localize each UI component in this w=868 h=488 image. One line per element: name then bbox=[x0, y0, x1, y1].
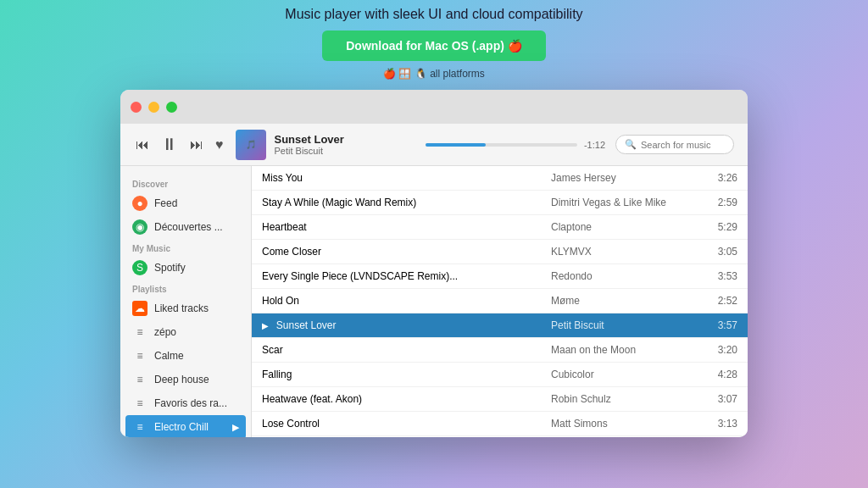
track-name: Stay A While (Magic Wand Remix) bbox=[262, 197, 551, 208]
playlist-icon-favoris: ≡ bbox=[132, 396, 147, 411]
track-artist: Redondo bbox=[551, 270, 704, 282]
track-row[interactable]: Lose ControlMatt Simons3:13 bbox=[252, 412, 748, 436]
track-artist: Møme bbox=[551, 295, 704, 307]
sidebar-electro-arrow: ▶ bbox=[232, 422, 239, 433]
sidebar-discover-label: Discover bbox=[120, 175, 251, 191]
track-row[interactable]: WaterfallsRoger Martin3:24 bbox=[252, 436, 748, 437]
track-row[interactable]: Heatwave (feat. Akon)Robin Schulz3:07 bbox=[252, 387, 748, 412]
track-duration: 4:28 bbox=[704, 369, 737, 380]
track-name: ▶ Sunset Lover bbox=[262, 319, 551, 331]
track-artist: Petit Biscuit bbox=[551, 319, 704, 331]
sidebar-item-favoris[interactable]: ≡ Favoris des ra... bbox=[120, 391, 251, 415]
track-duration: 3:20 bbox=[704, 344, 737, 356]
sidebar-zepo-label: zépo bbox=[154, 326, 176, 338]
track-row[interactable]: FallingCubicolor4:28 bbox=[252, 363, 748, 387]
track-name: Heartbeat bbox=[262, 221, 551, 233]
rewind-button[interactable]: ⏮ bbox=[134, 136, 151, 154]
sidebar-item-liked[interactable]: ☁ Liked tracks bbox=[120, 297, 251, 320]
download-button[interactable]: Download for Mac OS (.app) 🍎 bbox=[322, 30, 546, 61]
search-input[interactable] bbox=[641, 140, 725, 150]
playlist-icon-zepo: ≡ bbox=[132, 324, 147, 340]
sidebar-item-feed[interactable]: ● Feed bbox=[120, 191, 251, 215]
progress-area: -1:12 bbox=[426, 140, 605, 150]
sidebar-item-zepo[interactable]: ≡ zépo bbox=[120, 320, 251, 344]
track-row[interactable]: Stay A While (Magic Wand Remix)Dimitri V… bbox=[252, 191, 748, 215]
track-artist: KLYMVX bbox=[551, 246, 704, 258]
track-name: Heatwave (feat. Akon) bbox=[262, 393, 551, 405]
track-duration: 3:13 bbox=[704, 418, 737, 430]
track-name: Miss You bbox=[262, 172, 551, 184]
sidebar-calme-label: Calme bbox=[154, 350, 184, 362]
track-row[interactable]: Come CloserKLYMVX3:05 bbox=[252, 240, 748, 264]
platform-text: 🍎 🪟 🐧 all platforms bbox=[383, 68, 485, 80]
track-artist: Dimitri Vegas & Like Mike bbox=[551, 197, 704, 208]
album-art: 🎵 bbox=[236, 130, 266, 160]
track-artist: Robin Schulz bbox=[551, 393, 704, 405]
search-box: 🔍 bbox=[615, 135, 734, 154]
player-controls: ⏮ ⏸ ⏭ ♥ bbox=[134, 133, 225, 156]
track-list: Miss YouJames Hersey3:26Stay A While (Ma… bbox=[252, 166, 748, 437]
track-row[interactable]: Hold OnMøme2:52 bbox=[252, 289, 748, 313]
search-icon: 🔍 bbox=[625, 139, 637, 150]
track-row[interactable]: Every Single Piece (LVNDSCAPE Remix)...R… bbox=[252, 264, 748, 289]
track-name: Every Single Piece (LVNDSCAPE Remix)... bbox=[262, 270, 551, 282]
page-subtitle: Music player with sleek UI and cloud com… bbox=[285, 7, 582, 22]
app-window: ⏮ ⏸ ⏭ ♥ 🎵 Sunset Lover Petit Biscuit -1:… bbox=[120, 90, 748, 437]
maximize-button[interactable] bbox=[166, 102, 177, 113]
track-duration: 3:57 bbox=[704, 319, 737, 331]
like-button[interactable]: ♥ bbox=[214, 136, 225, 154]
soundcloud-icon: ☁ bbox=[132, 301, 147, 316]
sidebar-favoris-label: Favoris des ra... bbox=[154, 397, 227, 409]
track-name: Hold On bbox=[262, 295, 551, 307]
track-duration: 5:29 bbox=[704, 221, 737, 233]
track-artist: Claptone bbox=[551, 221, 704, 233]
track-artist: James Hersey bbox=[551, 172, 704, 184]
progress-fill bbox=[426, 143, 487, 147]
forward-button[interactable]: ⏭ bbox=[188, 136, 205, 154]
track-duration: 3:53 bbox=[704, 270, 737, 282]
track-duration: 3:05 bbox=[704, 246, 737, 258]
sidebar-item-electro-chill[interactable]: ≡ Electro Chill ▶ bbox=[125, 415, 246, 437]
track-artist: Petit Biscuit bbox=[275, 146, 415, 156]
sidebar-item-spotify[interactable]: S Spotify bbox=[120, 256, 251, 280]
track-info: Sunset Lover Petit Biscuit bbox=[275, 133, 415, 156]
playlist-icon-calme: ≡ bbox=[132, 348, 147, 363]
close-button[interactable] bbox=[131, 102, 142, 113]
track-row[interactable]: ▶ Sunset LoverPetit Biscuit3:57 bbox=[252, 313, 748, 338]
sidebar-item-deep-house[interactable]: ≡ Deep house bbox=[120, 368, 251, 391]
sidebar-item-calme[interactable]: ≡ Calme bbox=[120, 344, 251, 368]
track-duration: 2:52 bbox=[704, 295, 737, 307]
sidebar-mymusic-label: My Music bbox=[120, 239, 251, 256]
sidebar: Discover ● Feed ◉ Découvertes ... My Mus… bbox=[120, 166, 252, 437]
sidebar-deep-label: Deep house bbox=[154, 374, 209, 385]
playlist-icon-deep: ≡ bbox=[132, 372, 147, 387]
track-name: Lose Control bbox=[262, 418, 551, 430]
playing-indicator: ▶ bbox=[262, 321, 271, 330]
discover-icon: ◉ bbox=[132, 219, 147, 235]
spotify-icon: S bbox=[132, 260, 147, 275]
track-duration: 3:26 bbox=[704, 172, 737, 184]
main-content: Discover ● Feed ◉ Découvertes ... My Mus… bbox=[120, 166, 748, 437]
minimize-button[interactable] bbox=[148, 102, 159, 113]
sidebar-spotify-label: Spotify bbox=[154, 262, 186, 274]
track-duration: 3:07 bbox=[704, 393, 737, 405]
track-artist: Matt Simons bbox=[551, 418, 704, 430]
progress-bar[interactable] bbox=[426, 143, 577, 147]
track-row[interactable]: ScarMaan on the Moon3:20 bbox=[252, 338, 748, 363]
time-remaining: -1:12 bbox=[584, 140, 605, 150]
sidebar-liked-label: Liked tracks bbox=[154, 302, 209, 314]
track-name: Falling bbox=[262, 369, 551, 380]
track-title: Sunset Lover bbox=[275, 133, 415, 146]
track-row[interactable]: HeartbeatClaptone5:29 bbox=[252, 215, 748, 240]
track-row[interactable]: Miss YouJames Hersey3:26 bbox=[252, 166, 748, 191]
sidebar-item-decouvertes[interactable]: ◉ Découvertes ... bbox=[120, 215, 251, 239]
title-bar bbox=[120, 90, 748, 124]
track-duration: 2:59 bbox=[704, 197, 737, 208]
playlist-icon-electro: ≡ bbox=[132, 419, 147, 435]
sidebar-electro-label: Electro Chill bbox=[154, 421, 209, 433]
pause-button[interactable]: ⏸ bbox=[159, 133, 180, 156]
sidebar-playlists-label: Playlists bbox=[120, 280, 251, 297]
track-artist: Cubicolor bbox=[551, 369, 704, 380]
feed-icon: ● bbox=[132, 196, 147, 211]
sidebar-decouvertes-label: Découvertes ... bbox=[154, 221, 223, 233]
